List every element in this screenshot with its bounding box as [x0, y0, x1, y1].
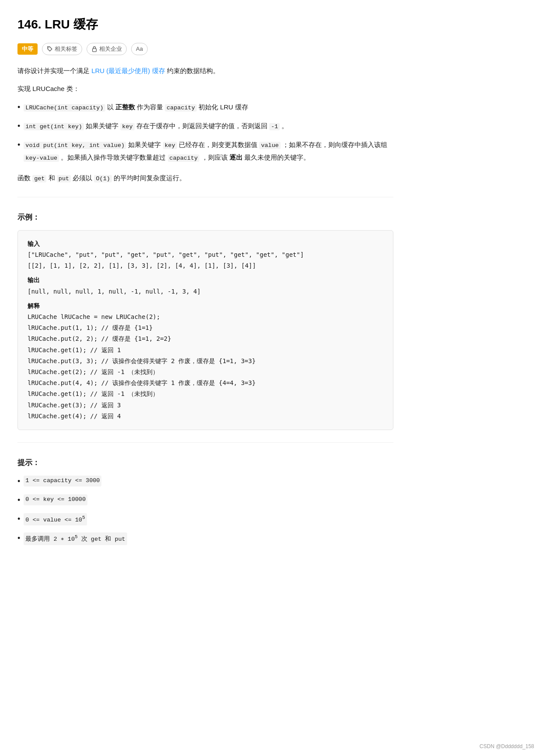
- related-company-button[interactable]: 相关企业: [87, 43, 127, 55]
- explain-line: lRUCache.get(2); // 返回 -1 （未找到）: [28, 367, 383, 378]
- hint-code: 0 <= key <= 10000: [24, 494, 87, 505]
- capacity-code: capacity: [165, 104, 197, 112]
- method-item-constructor: LRUCache(int capacity) 以 正整数 作为容量 capaci…: [17, 101, 393, 114]
- explain-line: lRUCache.put(1, 1); // 缓存是 {1=1}: [28, 322, 383, 333]
- description-intro: 请你设计并实现一个满足 LRU (最近最少使用) 缓存 约束的数据结构。: [17, 65, 393, 77]
- hint-code: 0 <= value <= 105: [24, 513, 87, 525]
- minus1-code: -1: [269, 123, 280, 130]
- output-label: 输出: [28, 275, 383, 286]
- svg-point-0: [49, 47, 49, 48]
- divider2: [17, 442, 393, 443]
- hint-item: 0 <= value <= 105: [17, 513, 393, 525]
- page-title: 146. LRU 缓存: [17, 14, 393, 35]
- method-list: LRUCache(int capacity) 以 正整数 作为容量 capaci…: [17, 101, 393, 164]
- put-signature-code: void put(int key, int value): [24, 142, 126, 149]
- method-item-get: int get(int key) 如果关键字 key 存在于缓存中，则返回关键字…: [17, 120, 393, 133]
- hints-list: 1 <= capacity <= 30000 <= key <= 100000 …: [17, 476, 393, 545]
- explain-lines: LRUCache lRUCache = new LRUCache(2);lRUC…: [28, 312, 383, 422]
- svg-rect-1: [93, 49, 97, 52]
- example-box: 输入 ["LRUCache", "put", "put", "get", "pu…: [17, 230, 393, 430]
- divider1: [17, 197, 393, 197]
- key-code-put: key: [163, 142, 177, 149]
- get-code: get: [32, 175, 46, 182]
- example-section-title: 示例：: [17, 211, 393, 224]
- input-line2: [[2], [1, 1], [2, 2], [1], [3, 3], [2], …: [28, 260, 383, 271]
- put-code: put: [57, 175, 71, 182]
- lru-link[interactable]: LRU (最近最少使用) 缓存: [91, 67, 165, 74]
- constructor-code: LRUCache(int capacity): [24, 104, 105, 112]
- aa-button[interactable]: Aa: [131, 43, 148, 55]
- explain-line: lRUCache.get(1); // 返回 -1 （未找到）: [28, 388, 383, 399]
- key-code-get: key: [120, 123, 134, 130]
- explain-line: lRUCache.put(2, 2); // 缓存是 {1=1, 2=2}: [28, 333, 383, 344]
- input-line1: ["LRUCache", "put", "put", "get", "put",…: [28, 249, 383, 260]
- method-item-put: void put(int key, int value) 如果关键字 key 已…: [17, 139, 393, 164]
- hint-item: 1 <= capacity <= 3000: [17, 476, 393, 487]
- difficulty-tag[interactable]: 中等: [17, 43, 38, 55]
- explain-line: lRUCache.get(1); // 返回 1: [28, 345, 383, 356]
- tag-icon: [47, 46, 53, 52]
- explain-line: lRUCache.get(4); // 返回 4: [28, 411, 383, 422]
- hint-item: 最多调用 2 ∗ 105 次 get 和 put: [17, 532, 393, 545]
- implement-label: 实现 LRUCache 类：: [17, 83, 393, 95]
- hints-section-title: 提示：: [17, 457, 393, 469]
- related-tags-button[interactable]: 相关标签: [42, 43, 82, 55]
- o1-code: O(1): [94, 175, 111, 182]
- complexity-text: 函数 get 和 put 必须以 O(1) 的平均时间复杂度运行。: [17, 172, 393, 185]
- lock-icon: [91, 46, 97, 52]
- explain-line: lRUCache.put(3, 3); // 该操作会使得关键字 2 作废，缓存…: [28, 356, 383, 367]
- explain-line: LRUCache lRUCache = new LRUCache(2);: [28, 312, 383, 322]
- hint-item: 0 <= key <= 10000: [17, 494, 393, 506]
- hint-code: 最多调用 2 ∗ 105 次 get 和 put: [24, 532, 127, 545]
- kv-code: key-value: [24, 154, 59, 162]
- explain-line: lRUCache.get(3); // 返回 3: [28, 400, 383, 411]
- capacity-code2: capacity: [168, 154, 200, 162]
- tags-row: 中等 相关标签 相关企业 Aa: [17, 43, 393, 55]
- explain-label: 解释: [28, 301, 383, 312]
- output-line: [null, null, null, 1, null, -1, null, -1…: [28, 286, 383, 297]
- explain-line: lRUCache.put(4, 4); // 该操作会使得关键字 1 作废，缓存…: [28, 378, 383, 388]
- hint-code: 1 <= capacity <= 3000: [24, 476, 101, 486]
- get-signature-code: int get(int key): [24, 123, 84, 130]
- value-code: value: [259, 142, 281, 149]
- input-label: 输入: [28, 238, 383, 249]
